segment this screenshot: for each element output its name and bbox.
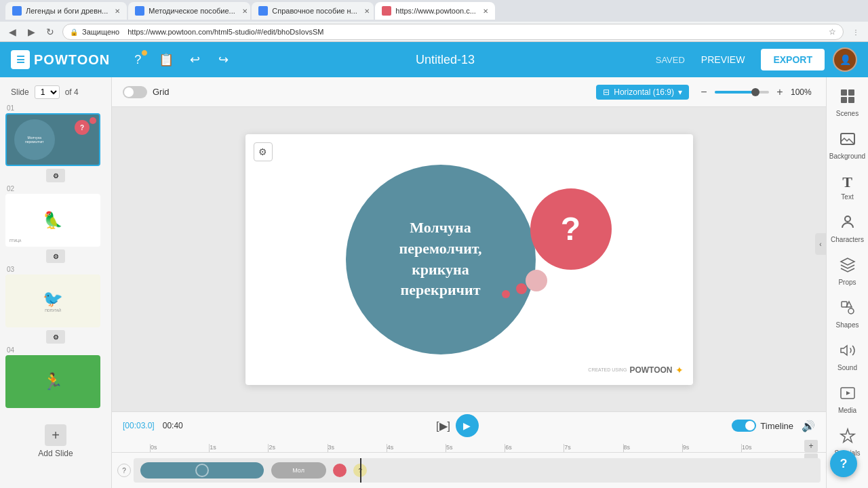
add-slide-label: Add Slide [38,449,73,458]
circle-text: Молчуна перемолчит, крикуна перекричит [399,218,482,301]
play-button[interactable]: ▶ [456,414,479,437]
slide-number-1: 01 [5,104,106,112]
undo-button[interactable]: ↩ [183,48,206,71]
tab-1[interactable]: Легенды и боги древн... ✕ [5,2,127,20]
slide-3-controls: ⚙ [5,330,106,344]
help-float-button[interactable]: ? [830,450,857,477]
text-line-4: перекричит [401,281,481,298]
slide-number-input[interactable]: 1234 [35,85,60,99]
zoom-handle[interactable] [751,88,760,96]
tab-4[interactable]: https://www.powtoon.c... ✕ [375,2,495,20]
track-item-red[interactable] [333,464,347,477]
svg-point-5 [845,216,850,222]
timeline-toggle-switch[interactable] [732,420,756,432]
sidebar-tool-text[interactable]: T Text [829,168,866,206]
right-sidebar: Scenes Background T Text [826,77,868,488]
avatar[interactable]: 👤 [833,47,857,72]
track-help-button[interactable]: ? [117,464,131,477]
tab-3[interactable]: Справочное пособие н... ✕ [252,2,374,20]
track-item-text[interactable]: Мол [271,462,326,479]
add-slide-button[interactable]: + Add Slide [5,416,106,466]
thumb-1-text: Молчунаперемолчит [25,136,44,144]
zoom-percent: 100% [791,87,815,97]
slide-canvas[interactable]: ⚙ Молчуна перемолчит, крикуна перекричит [245,134,693,385]
tab-2-close[interactable]: ✕ [242,7,248,15]
back-button[interactable]: ◀ [5,25,19,39]
slide-thumb-2[interactable]: 🦜 ПТИЦА [5,194,100,247]
background-icon [840,131,856,150]
thumb-1-dot [90,117,96,124]
thumb-1-question: ? [80,124,84,131]
grid-toggle-switch[interactable] [123,86,147,98]
sound-icon [840,342,856,362]
tab-4-close[interactable]: ✕ [483,7,488,15]
red-circle-large[interactable]: ? [530,188,612,270]
url-bar[interactable]: 🔒 Защищено https://www.powtoon.com/html5… [62,24,844,40]
hamburger-icon[interactable]: ☰ [11,50,30,69]
export-button[interactable]: EXPORT [761,49,825,70]
slide-1-settings[interactable]: ⚙ [46,169,65,182]
navbar-right: SAVED PREVIEW EXPORT 👤 [656,47,857,72]
ruler-7s: 7s [564,444,623,452]
red-circle-tiny2 [502,290,510,298]
sidebar-tool-media[interactable]: Media [829,380,866,420]
red-circle-tiny [516,283,527,294]
extensions-btn[interactable]: ⋮ [849,25,863,39]
zoom-in-button[interactable]: + [773,85,787,99]
main-circle[interactable]: Молчуна перемолчит, крикуна перекричит [346,165,536,354]
characters-icon [840,214,856,234]
ruler-9s: 9s [682,444,741,452]
track-item-teal[interactable] [140,462,264,479]
timeline-toggle[interactable]: Timeline [732,420,793,432]
slide-thumb-3[interactable]: 🐦 ПОПУГАЙ [5,274,100,327]
slide-thumb-1[interactable]: Молчунаперемолчит ? [5,113,100,166]
refresh-button[interactable]: ↻ [43,25,57,39]
bookmark-icon[interactable]: ☆ [829,27,836,37]
svg-rect-3 [848,97,854,103]
zoom-out-button[interactable]: − [697,85,711,99]
volume-button[interactable]: 🔊 [802,420,815,432]
grid-toggle[interactable]: Grid [123,86,170,98]
help-button[interactable]: ? [126,48,149,71]
tab-3-close[interactable]: ✕ [364,7,370,15]
sidebar-tool-shapes[interactable]: Shapes [829,294,866,334]
watermark-created: CREATED USING [588,367,627,372]
tab-1-close[interactable]: ✕ [115,7,120,15]
slide-3-settings[interactable]: ⚙ [46,330,65,344]
canvas-viewport: ⚙ Молчуна перемолчит, крикуна перекричит [112,107,826,411]
zoom-timeline-in[interactable]: + [804,440,818,452]
notes-button[interactable]: 📋 [155,48,178,71]
slide-2-settings[interactable]: ⚙ [46,249,65,263]
tab-favicon-2 [135,6,144,16]
redo-button[interactable]: ↪ [212,48,235,71]
sidebar-tool-props[interactable]: Props [829,251,866,291]
tab-favicon-3 [258,6,268,16]
shapes-label: Shapes [836,321,859,329]
toolbar: ? 📋 ↩ ↪ [126,48,235,71]
collapse-sidebar-button[interactable]: ‹ [815,233,826,255]
slide-2-controls: ⚙ [5,249,106,263]
timeline-right: Timeline 🔊 [732,420,815,432]
redo-icon: ↪ [218,52,229,67]
sidebar-tool-characters[interactable]: Characters [829,209,866,249]
sidebar-tool-scenes[interactable]: Scenes [829,83,866,123]
track-bar[interactable]: Мол ? [134,458,821,483]
tab-2-label: Методическое пособие... [149,7,235,15]
preview-button[interactable]: PREVIEW [693,50,753,69]
forward-button[interactable]: ▶ [24,25,38,39]
orientation-button[interactable]: ⊟ Horizontal (16:9) ▾ [596,85,689,100]
text-icon: T [842,174,852,191]
main-content: Slide 1234 of 4 01 Молчунаперемолчит ? [0,77,868,488]
svg-rect-1 [848,89,854,96]
bracket-play-icon[interactable]: [▶] [436,420,450,432]
slide-number-selector[interactable]: 1234 [35,85,60,99]
zoom-slider[interactable] [715,91,769,94]
slide-thumb-4[interactable]: 🏃 [5,355,100,408]
sidebar-tool-background[interactable]: Background [829,125,866,165]
sidebar-tool-sound[interactable]: Sound [829,337,866,377]
svg-rect-2 [841,97,847,103]
tab-4-label: https://www.powtoon.c... [395,7,476,15]
slide-settings-button[interactable]: ⚙ [254,142,273,161]
tab-2[interactable]: Методическое пособие... ✕ [128,2,250,20]
media-icon [840,385,856,405]
